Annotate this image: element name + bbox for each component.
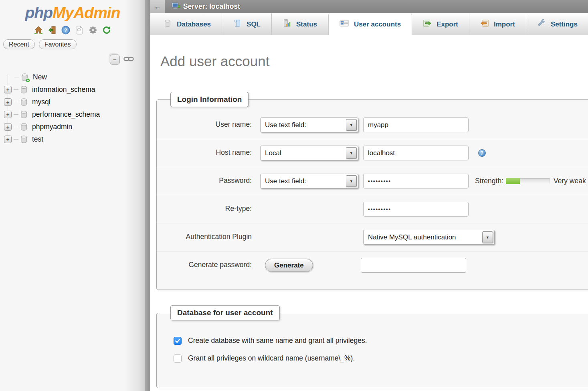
- tab-label: Status: [296, 20, 317, 28]
- tab-label: Databases: [177, 20, 211, 28]
- export-icon: [423, 19, 432, 30]
- tree-item-database: + mysql: [4, 96, 145, 108]
- plus-icon: +: [6, 87, 9, 93]
- settings-wrench-icon: [537, 19, 546, 30]
- tree-item-label[interactable]: New: [33, 73, 47, 81]
- phpmyadmin-logo[interactable]: phpMyAdmin: [0, 0, 145, 22]
- retype-controls: [260, 202, 469, 217]
- plus-icon: +: [6, 111, 9, 118]
- database-fieldset-body: Create database with same name and grant…: [157, 313, 588, 388]
- select-button: ▼: [346, 175, 357, 187]
- status-icon: [283, 19, 291, 30]
- breadcrumb[interactable]: Server: localhost: [172, 2, 240, 12]
- wildcard-grant-option-label[interactable]: Grant all privileges on wildcard name (u…: [188, 354, 355, 363]
- selected-option-label: Local: [261, 149, 346, 157]
- tree-item-label[interactable]: mysql: [32, 98, 51, 106]
- svg-text:?: ?: [64, 27, 67, 33]
- user-accounts-icon: [339, 19, 349, 30]
- documentation-icon[interactable]: [75, 25, 85, 35]
- logout-icon[interactable]: [47, 25, 57, 35]
- select-button: ▼: [482, 231, 493, 243]
- password-type-select[interactable]: Use text field: ▼: [260, 174, 358, 188]
- tree-item-label[interactable]: test: [32, 135, 43, 144]
- sidebar-resizer[interactable]: [145, 0, 150, 391]
- database-icon: [19, 110, 28, 119]
- host-help-icon[interactable]: ?: [478, 149, 486, 157]
- tree-item-database: + test: [4, 133, 145, 146]
- recent-button[interactable]: Recent: [3, 39, 35, 49]
- auth-plugin-controls: Native MySQL authentication ▼: [260, 230, 499, 245]
- tab-label: Import: [494, 20, 515, 28]
- logo-php-text: php: [25, 4, 53, 21]
- select-button: ▼: [346, 119, 357, 131]
- password-strength: Strength: Very weak: [475, 177, 586, 185]
- database-tree: + New + information_schema + mysql + per…: [0, 71, 145, 146]
- wildcard-grant-checkbox[interactable]: [174, 355, 182, 363]
- user-name-controls: Use text field: ▼: [260, 118, 469, 132]
- password-label: Password:: [157, 174, 260, 188]
- generate-button[interactable]: Generate: [265, 259, 313, 272]
- generated-password-input[interactable]: [361, 258, 466, 273]
- user-name-label: User name:: [157, 118, 260, 132]
- login-information-fieldset: Login Information User name: Use text fi…: [156, 99, 588, 290]
- host-name-row: Host name: Local ▼ ?: [157, 139, 588, 167]
- tree-connector: [14, 114, 18, 115]
- tab-user-accounts[interactable]: User accounts: [328, 13, 412, 35]
- back-button[interactable]: ←: [150, 0, 165, 13]
- auth-plugin-label: Authentication Plugin: [157, 230, 260, 245]
- settings-gear-icon[interactable]: [88, 25, 98, 35]
- help-docs-icon[interactable]: ?: [61, 25, 71, 35]
- back-arrow-icon: ←: [154, 2, 162, 11]
- expand-icon[interactable]: +: [4, 123, 12, 131]
- create-db-checkbox[interactable]: [174, 337, 182, 345]
- tab-import[interactable]: Import: [469, 13, 526, 35]
- main-panel: ← Server: localhost Databases SQL Status…: [150, 0, 588, 391]
- sidebar: phpMyAdmin ? Recent Favorites −: [0, 0, 145, 391]
- generate-password-row: Generate password: Generate: [157, 251, 588, 279]
- tab-sql[interactable]: SQL: [222, 13, 272, 35]
- favorites-button[interactable]: Favorites: [39, 39, 77, 49]
- user-name-input[interactable]: [363, 118, 469, 132]
- create-db-option-row: Create database with same name and grant…: [174, 336, 588, 345]
- plus-icon: +: [6, 136, 9, 143]
- tab-label: SQL: [247, 20, 261, 28]
- home-icon[interactable]: [34, 25, 44, 35]
- tree-item-label[interactable]: performance_schema: [32, 110, 100, 119]
- tab-label: User accounts: [354, 20, 401, 28]
- expand-icon[interactable]: +: [4, 111, 12, 118]
- tab-databases[interactable]: Databases: [152, 13, 222, 35]
- tree-item-label[interactable]: information_schema: [32, 85, 95, 94]
- strength-meter: [506, 178, 550, 184]
- create-db-option-label[interactable]: Create database with same name and grant…: [188, 336, 367, 345]
- tree-item-new[interactable]: + New: [4, 71, 145, 83]
- link-with-main-panel-icon[interactable]: [123, 56, 134, 63]
- tab-bar: Databases SQL Status User accounts Expor…: [150, 13, 588, 35]
- database-icon: [19, 122, 28, 132]
- select-button: ▼: [346, 147, 357, 159]
- tab-export[interactable]: Export: [412, 13, 469, 35]
- tree-item-database: + performance_schema: [4, 108, 145, 121]
- collapse-all-button[interactable]: −: [110, 55, 120, 65]
- refresh-icon[interactable]: [102, 25, 112, 35]
- chevron-down-icon: ▼: [350, 151, 353, 155]
- expand-icon[interactable]: +: [4, 86, 12, 93]
- login-information-legend: Login Information: [170, 92, 249, 107]
- user-name-type-select[interactable]: Use text field: ▼: [260, 118, 358, 132]
- host-name-type-select[interactable]: Local ▼: [260, 146, 358, 160]
- retype-password-input[interactable]: [363, 202, 469, 217]
- new-database-icon: +: [20, 73, 29, 82]
- tree-item-label[interactable]: phpmyadmin: [32, 123, 72, 131]
- host-name-input[interactable]: [363, 146, 469, 160]
- tab-status[interactable]: Status: [272, 13, 328, 35]
- password-input[interactable]: [363, 174, 469, 188]
- strength-verdict: Very weak: [554, 177, 586, 185]
- expand-icon[interactable]: +: [4, 136, 12, 143]
- tab-settings[interactable]: Settings: [526, 13, 588, 35]
- selected-option-label: Use text field:: [261, 121, 346, 129]
- expand-icon[interactable]: +: [4, 98, 12, 106]
- auth-plugin-select[interactable]: Native MySQL authentication ▼: [363, 230, 495, 245]
- strength-bar-fill: [506, 178, 520, 184]
- retype-row: Re-type:: [157, 195, 588, 223]
- sidebar-nav-icons: ?: [0, 25, 145, 35]
- recent-button-label: Recent: [9, 41, 29, 48]
